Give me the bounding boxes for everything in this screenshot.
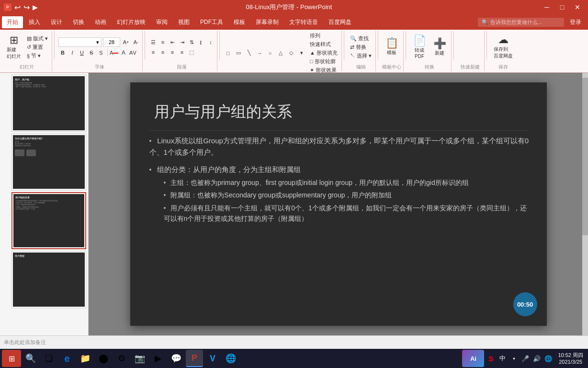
menu-pdf[interactable]: PDF工具: [195, 16, 228, 28]
slide-thumbnail-3[interactable]: 用户组的关系 • Linux系统以组Group方式管理用户，用户和组的对应关系为…: [11, 192, 86, 249]
shape-round-rect[interactable]: ▭: [234, 49, 243, 58]
systray-s[interactable]: S: [486, 354, 496, 363]
template-button[interactable]: 📋 模板: [382, 32, 401, 62]
menu-slideshow[interactable]: 幻灯片放映: [112, 16, 150, 28]
shape-line[interactable]: ╲: [245, 49, 253, 58]
new-doc-button[interactable]: ➕ 新建: [430, 32, 449, 63]
shape-fill-button[interactable]: ▲ 形状填充: [308, 49, 339, 57]
taskbar-media[interactable]: ▶: [149, 350, 167, 367]
scroll-bar[interactable]: [582, 73, 588, 335]
align-justify-button[interactable]: ≡: [178, 48, 186, 57]
menu-record[interactable]: 屏幕录制: [251, 16, 283, 28]
taskbar-browser2[interactable]: 🌐: [222, 350, 239, 367]
menu-template[interactable]: 模板: [229, 16, 250, 28]
close-button[interactable]: ✕: [571, 2, 584, 12]
section-button[interactable]: § 节 ▾: [25, 52, 50, 60]
search-box[interactable]: 🔍 告诉我您想要做什么...: [478, 18, 564, 27]
save-baidu-button[interactable]: ☁ 保存到百度网盘: [491, 32, 516, 62]
taskbar-task-view[interactable]: ❑: [40, 350, 57, 367]
minimize-button[interactable]: ─: [540, 2, 554, 12]
systray-dot[interactable]: •: [509, 354, 519, 363]
systray-volume[interactable]: 🔊: [532, 354, 542, 363]
menu-insert[interactable]: 插入: [24, 16, 45, 28]
align-left-button[interactable]: ≡: [149, 48, 158, 57]
shape-more[interactable]: ▾: [297, 49, 306, 58]
shape-rect[interactable]: □: [224, 49, 232, 58]
shape-effect-button[interactable]: ✦ 形状效果: [308, 66, 339, 73]
ai-badge[interactable]: Ai: [462, 350, 484, 367]
taskbar-search[interactable]: 🔍: [22, 350, 39, 367]
taskbar-wechat[interactable]: 💬: [168, 350, 185, 367]
font-size-decrease[interactable]: A-: [132, 38, 140, 46]
reset-button[interactable]: ↺ 重置: [25, 43, 50, 51]
slide-title[interactable]: 用户与用户组的关系: [154, 102, 523, 123]
taskbar-powerpoint[interactable]: P: [186, 350, 203, 367]
shape-diamond[interactable]: ◇: [287, 49, 295, 58]
notes-placeholder[interactable]: 单击此处添加备注: [4, 339, 46, 346]
align-center-button[interactable]: ≡: [158, 48, 167, 57]
char-spacing-button[interactable]: AV: [129, 48, 137, 57]
font-size-increase[interactable]: A+: [122, 38, 130, 46]
quick-play[interactable]: ▶: [33, 3, 38, 11]
menu-transition[interactable]: 切换: [68, 16, 89, 28]
scroll-thumb[interactable]: [582, 78, 588, 235]
slide-panel[interactable]: 1 用户、用户组 管理一个多用户的操作系统• 需要使用系统处理的用户，必须提前进…: [0, 73, 89, 335]
indent-decrease-button[interactable]: ⇤: [168, 38, 177, 46]
text-shadow-button[interactable]: S: [97, 48, 105, 57]
indent-increase-button[interactable]: ⇥: [178, 38, 186, 46]
quick-undo[interactable]: ↩: [14, 3, 21, 12]
login-button[interactable]: 登录: [565, 16, 586, 28]
text-direction-button[interactable]: ⇅: [187, 38, 196, 46]
canvas-area[interactable]: 用户与用户组的关系 • Linux系统以组Group方式管理用户，用户和组的对应…: [89, 73, 588, 335]
taskbar-edge[interactable]: e: [58, 350, 76, 367]
smart-art-button[interactable]: ⬚: [187, 48, 196, 57]
line-spacing-button[interactable]: ↕: [206, 38, 215, 46]
menu-view[interactable]: 视图: [173, 16, 194, 28]
menu-animation[interactable]: 动画: [90, 16, 111, 28]
underline-button[interactable]: U: [78, 48, 86, 57]
start-button[interactable]: ⊞: [2, 350, 21, 367]
quick-styles-button[interactable]: 快速样式: [308, 40, 339, 48]
notes-bar[interactable]: 单击此处添加备注: [0, 335, 588, 349]
italic-button[interactable]: I: [68, 48, 77, 57]
shape-outline-button[interactable]: □ 形状轮廓: [308, 58, 339, 66]
font-family-selector[interactable]: ▾: [58, 37, 102, 47]
convert-pdf-button[interactable]: 📄 转成PDF: [410, 32, 429, 63]
strikethrough-button[interactable]: S: [87, 48, 96, 57]
taskbar-vbox[interactable]: V: [204, 350, 221, 367]
select-button[interactable]: ↖ 选择 ▾: [348, 52, 373, 60]
taskbar-chrome[interactable]: ⬤: [95, 350, 112, 367]
slide-thumbnail-1[interactable]: 用户、用户组 管理一个多用户的操作系统• 需要使用系统处理的用户，必须提前进入系…: [11, 75, 86, 132]
shape-ellipse[interactable]: ○: [266, 49, 274, 58]
arrange-button[interactable]: 排列: [308, 32, 339, 40]
replace-button[interactable]: ⇄ 替换: [348, 43, 373, 51]
columns-button[interactable]: ⫿: [197, 38, 205, 46]
system-clock[interactable]: 10:52 周四 2021/3/25: [555, 352, 586, 366]
layout-button[interactable]: ▤ 版式 ▾: [25, 34, 50, 43]
menu-tts[interactable]: 文字转语音: [284, 16, 323, 28]
list-bullet-button[interactable]: ☰: [149, 38, 158, 46]
taskbar-explorer[interactable]: 📁: [77, 350, 94, 367]
menu-review[interactable]: 审阅: [151, 16, 172, 28]
shape-triangle[interactable]: △: [276, 49, 285, 58]
menu-design[interactable]: 设计: [46, 16, 67, 28]
menu-baidu[interactable]: 百度网盘: [324, 16, 356, 28]
slide-content[interactable]: • Linux系统以组Group方式管理用户，用户和组的对应关系为多对多，即某个…: [149, 135, 532, 316]
systray-network[interactable]: 🌐: [543, 354, 553, 363]
quick-redo[interactable]: ↪: [23, 3, 30, 12]
shape-arrow[interactable]: →: [255, 49, 264, 58]
systray-mic[interactable]: 🎤: [520, 354, 530, 363]
font-size-selector[interactable]: 28: [103, 37, 120, 47]
align-right-button[interactable]: ≡: [168, 48, 177, 57]
find-button[interactable]: 🔍 查找: [348, 34, 373, 43]
list-number-button[interactable]: ≡: [158, 38, 167, 46]
systray-ime[interactable]: 中: [498, 354, 507, 363]
menu-home[interactable]: 开始: [2, 16, 23, 28]
new-slide-button[interactable]: ⊞ 新建幻灯片: [4, 32, 24, 63]
slide-thumbnail-4[interactable]: 用户类型: [11, 251, 86, 308]
slide-thumbnail-2[interactable]: 为什么要分用户和用户组? 用户组每个用户属于一个用户组管理员用户不用用户组名 N…: [11, 134, 86, 191]
font-highlight-button[interactable]: A: [119, 48, 128, 57]
maximize-button[interactable]: □: [555, 2, 569, 12]
font-color-button[interactable]: A: [110, 48, 118, 57]
bold-button[interactable]: B: [58, 48, 67, 57]
